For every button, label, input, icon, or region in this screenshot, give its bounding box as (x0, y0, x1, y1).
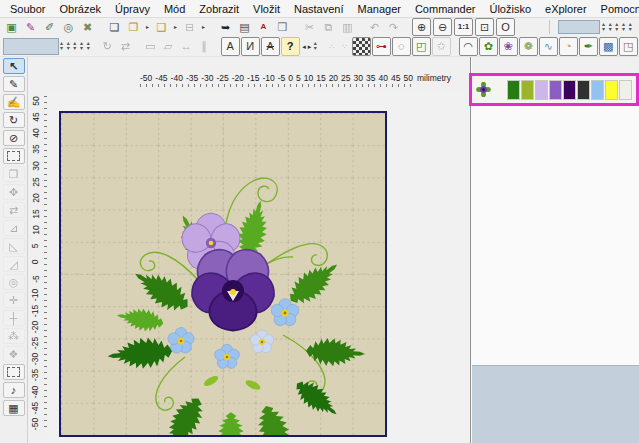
select-tool[interactable]: ↖ (3, 58, 25, 74)
freehand-select-tool[interactable]: ✍ (3, 94, 25, 110)
design-thumbnail-icon[interactable] (476, 82, 492, 98)
menu-item[interactable]: Manager (351, 3, 408, 15)
favorite-star-icon: ✩ (432, 37, 451, 56)
cyrillic-letters-button[interactable]: И (241, 37, 260, 56)
rotate-tool[interactable]: ↻ (3, 112, 25, 128)
color-blocks-icon[interactable]: ▩ (599, 37, 618, 56)
color-preview-box[interactable] (558, 20, 600, 34)
horizontal-ruler-labels: -50-45-40-35-30-25-20-15-10-505101520253… (140, 73, 451, 83)
density-icon: ∥ (196, 38, 213, 55)
center-vertical-tool: ┼ (3, 310, 25, 326)
print-icon[interactable]: ▤ (236, 20, 253, 35)
cut-icon: ✂ (301, 20, 318, 35)
menu-item[interactable]: Soubor (3, 3, 52, 15)
zoom-in-icon[interactable]: ⊕ (412, 18, 431, 36)
design-canvas[interactable] (59, 111, 387, 437)
strike-a-button[interactable]: A (261, 37, 280, 56)
thread-preview-box[interactable] (3, 38, 59, 55)
letter-o-button[interactable]: O (496, 18, 515, 36)
zoom-tool[interactable]: ⊘ (3, 130, 25, 146)
select-area-tool[interactable] (3, 364, 25, 380)
delete-object-icon: ▭ (142, 38, 159, 55)
new-file-icon[interactable]: ❏ (106, 20, 123, 35)
redo-icon: ↷ (385, 20, 402, 35)
toolbar-separator (358, 20, 364, 35)
camera-icon[interactable]: ◎ (60, 20, 77, 35)
pdf-export-icon[interactable]: A (255, 20, 272, 35)
menu-item[interactable]: Commander (408, 3, 483, 15)
open-file-icon[interactable]: ❐ (125, 20, 142, 35)
toolbar-row-1: ▣✎✐◎✖❏❐▸❑▸⊟▸➥▤A❒✂⧉▥↶↷⊕⊖1:1⊡O▴ ▴ ▴ ▴ ▴ ▾ … (0, 18, 639, 36)
menu-item[interactable]: Mód (157, 3, 192, 15)
letter-a-button[interactable]: A (221, 37, 240, 56)
rect-select-tool[interactable] (3, 148, 25, 164)
flower-purple-icon[interactable]: ❀ (499, 37, 518, 56)
menu-item[interactable]: Zobrazit (192, 3, 246, 15)
thread-color-swatch[interactable] (577, 80, 590, 100)
undo-icon: ↶ (366, 20, 383, 35)
menu-item[interactable]: Úložisko (482, 3, 538, 15)
help-button[interactable]: ? (281, 37, 300, 56)
pen-delete-icon[interactable]: ✐ (41, 20, 58, 35)
ruler-label: 20 (28, 190, 43, 206)
open-dropdown-icon[interactable]: ▸ (144, 20, 151, 35)
password-key-icon[interactable]: ⊶ (372, 37, 391, 56)
image-export-icon[interactable]: ◳ (619, 37, 638, 56)
thread-color-swatch[interactable] (605, 80, 618, 100)
import-dropdown-icon[interactable]: ▸ (172, 20, 179, 35)
zoom-out-icon[interactable]: ⊖ (433, 18, 452, 36)
nav-arrows[interactable]: ◂ ▸ (301, 38, 313, 55)
toolbar-separator (293, 20, 299, 35)
thread-color-swatch[interactable] (591, 80, 604, 100)
menu-item[interactable]: Obrázek (52, 3, 108, 15)
thread-color-swatch[interactable] (563, 80, 576, 100)
hoop-file-icon[interactable]: ▣ (3, 20, 20, 35)
thread-color-swatch[interactable] (619, 80, 632, 100)
menu-item[interactable]: Nastavení (287, 3, 351, 15)
flower-small-icon[interactable]: ❁ (519, 37, 538, 56)
ruler-label: 30 (354, 73, 363, 83)
color-palette-panel (469, 73, 639, 106)
spinner-grid-2[interactable]: ▴ ▴ ▴ ▴ ▴ ▾ ▾ ▾ ▾ ▾ (60, 38, 91, 55)
export-icon[interactable]: ➥ (217, 20, 234, 35)
import-file-icon[interactable]: ❑ (153, 20, 170, 35)
ruler-label: 35 (28, 141, 43, 157)
thread-color-swatch[interactable] (549, 80, 562, 100)
curve-s-icon[interactable]: ∿ (539, 37, 558, 56)
menu-item[interactable]: eXplorer (538, 3, 594, 15)
ruler-label: 40 (28, 125, 43, 141)
skew-tool: ⊿ (3, 220, 25, 236)
thread-color-swatch[interactable] (535, 80, 548, 100)
spinner-small[interactable]: ▴ ▾ (314, 38, 318, 55)
freehand-shape-icon[interactable]: ◌ (392, 37, 411, 56)
menu-item[interactable]: Úpravy (108, 3, 157, 15)
ruler-label: 5 (296, 73, 301, 83)
spinner-grid[interactable]: ▴ ▴ ▴ ▴ ▴ ▾ ▾ ▾ ▾ ▾ (602, 20, 633, 35)
copy-page-icon[interactable]: ❒ (274, 20, 291, 35)
save-dropdown-icon[interactable]: ▸ (200, 20, 207, 35)
grid-settings-tool[interactable]: ▦ (3, 400, 25, 416)
horizontal-ruler-ticks (140, 84, 416, 87)
rotate-steps-icon: ↻ (99, 38, 116, 55)
edit-nodes-tool[interactable]: ✎ (3, 76, 25, 92)
curve-tool-icon[interactable]: ◠ (459, 37, 478, 56)
paste-icon: ▥ (339, 20, 356, 35)
zoom-1-1-icon[interactable]: 1:1 (454, 18, 473, 36)
stitch-order-tool[interactable]: ♪ (3, 382, 25, 398)
connect-nodes-icon: ∴ (326, 38, 338, 55)
shell-icon[interactable]: ◔ (559, 37, 578, 56)
thread-color-swatch[interactable] (521, 80, 534, 100)
menu-item[interactable]: Vložit (246, 3, 287, 15)
leaf-pen-icon[interactable]: ✒ (579, 37, 598, 56)
menu-item[interactable]: Pomocník (594, 3, 639, 15)
delete-design-icon[interactable]: ✖ (79, 20, 96, 35)
magic-pen-icon[interactable]: ✎ (22, 20, 39, 35)
zoom-rect-icon[interactable]: ⊡ (475, 18, 494, 36)
save-palette-icon[interactable]: ◰ (412, 37, 431, 56)
toolbar-separator (92, 38, 98, 55)
flower-green-icon[interactable]: ✿ (479, 37, 498, 56)
thread-color-swatch[interactable] (507, 80, 520, 100)
pattern-fill-icon[interactable] (352, 37, 371, 56)
ruler-label: -15 (28, 303, 43, 319)
ruler-label: 50 (28, 93, 43, 109)
